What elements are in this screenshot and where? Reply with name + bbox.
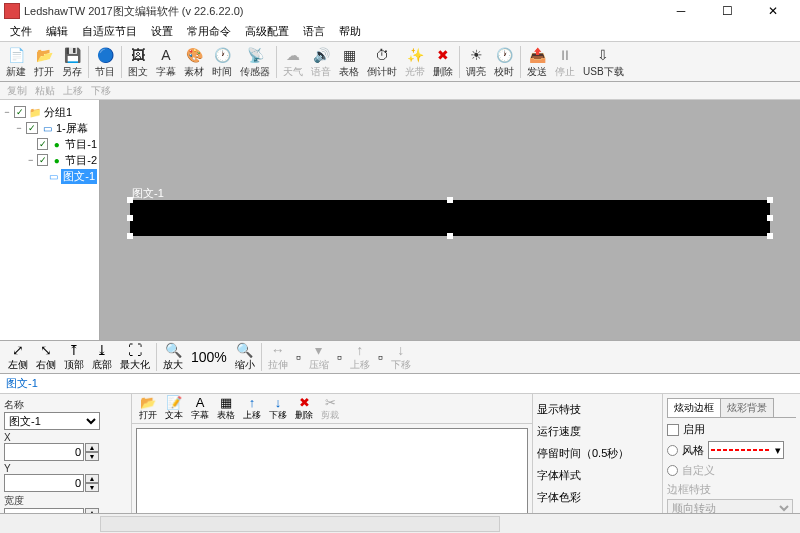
style-label: 风格 — [682, 443, 704, 458]
menu-编辑[interactable]: 编辑 — [40, 22, 74, 41]
menu-高级配置[interactable]: 高级配置 — [239, 22, 295, 41]
tree-1-屏幕[interactable]: −✓▭1-屏幕 — [2, 120, 97, 136]
main-toolbar: 📄新建📂打开💾另存🔵节目🖼图文A字幕🎨素材🕐时间📡传感器☁天气🔊语音▦表格⏱倒计… — [0, 42, 800, 82]
ct-表格[interactable]: ▦表格 — [214, 395, 238, 422]
mid-压缩: ▾压缩 — [305, 342, 333, 372]
sec-复制: 复制 — [4, 84, 30, 98]
ct-文本[interactable]: 📝文本 — [162, 395, 186, 422]
name-select[interactable]: 图文-1 — [4, 412, 100, 430]
tb-USB下载[interactable]: ⇩USB下载 — [579, 43, 628, 81]
name-label: 名称 — [4, 398, 127, 412]
font-color-label: 字体色彩 — [537, 486, 658, 508]
enable-label: 启用 — [683, 422, 705, 437]
mid-zoom[interactable]: 100% — [187, 349, 231, 365]
tb-光带: ✨光带 — [401, 43, 429, 81]
speed-label: 运行速度 — [537, 420, 658, 442]
effect-label: 显示特技 — [537, 398, 658, 420]
maximize-button[interactable]: ☐ — [704, 0, 750, 22]
led-region[interactable]: 图文-1 — [130, 200, 770, 236]
enable-checkbox[interactable] — [667, 424, 679, 436]
content-toolbar: 📂打开📝文本A字幕▦表格↑上移↓下移✖删除✂剪裁 — [132, 394, 532, 424]
tb-字幕[interactable]: A字幕 — [152, 43, 180, 81]
sec-下移: 下移 — [88, 84, 114, 98]
mid-左侧[interactable]: ⤢左侧 — [4, 342, 32, 372]
font-style-label: 字体样式 — [537, 464, 658, 486]
tab-background[interactable]: 炫彩背景 — [720, 398, 774, 417]
tb-天气: ☁天气 — [279, 43, 307, 81]
menu-常用命令[interactable]: 常用命令 — [181, 22, 237, 41]
y-label: Y — [4, 463, 127, 474]
tree-节目-1[interactable]: ✓●节目-1 — [2, 136, 97, 152]
minimize-button[interactable]: ─ — [658, 0, 704, 22]
tree-图文-1[interactable]: ▭图文-1 — [2, 168, 97, 184]
ct-下移[interactable]: ↓下移 — [266, 395, 290, 422]
tree-panel: −✓📁分组1−✓▭1-屏幕✓●节目-1−✓●节目-2▭图文-1 — [0, 100, 100, 340]
mid-缩小[interactable]: 🔍缩小 — [231, 342, 259, 372]
ct-上移[interactable]: ↑上移 — [240, 395, 264, 422]
app-icon — [4, 3, 20, 19]
width-label: 宽度 — [4, 494, 127, 508]
tb-时间[interactable]: 🕐时间 — [208, 43, 236, 81]
close-button[interactable]: ✕ — [750, 0, 796, 22]
tree-节目-2[interactable]: −✓●节目-2 — [2, 152, 97, 168]
mid-右侧[interactable]: ⤡右侧 — [32, 342, 60, 372]
x-input[interactable] — [4, 443, 84, 461]
secondary-toolbar: 复制粘贴上移下移 — [0, 82, 800, 100]
tb-打开[interactable]: 📂打开 — [30, 43, 58, 81]
mid-上移: ↑上移 — [346, 342, 374, 372]
custom-radio[interactable] — [667, 465, 678, 476]
tb-新建[interactable]: 📄新建 — [2, 43, 30, 81]
y-input[interactable] — [4, 474, 84, 492]
tb-表格[interactable]: ▦表格 — [335, 43, 363, 81]
sec-粘贴: 粘贴 — [32, 84, 58, 98]
tb-校时[interactable]: 🕐校时 — [490, 43, 518, 81]
titlebar: LedshawTW 2017图文编辑软件 (v 22.6.22.0) ─ ☐ ✕ — [0, 0, 800, 22]
ct-打开[interactable]: 📂打开 — [136, 395, 160, 422]
style-radio[interactable] — [667, 445, 678, 456]
tb-另存[interactable]: 💾另存 — [58, 43, 86, 81]
mid-底部[interactable]: ⤓底部 — [88, 342, 116, 372]
mid-zoom[interactable]: ▫ — [333, 349, 346, 365]
tb-传感器[interactable]: 📡传感器 — [236, 43, 274, 81]
layout-toolbar: ⤢左侧⤡右侧⤒顶部⤓底部⛶最大化🔍放大100%🔍缩小↔拉伸▫▾压缩▫↑上移▫↓下… — [0, 340, 800, 374]
menu-设置[interactable]: 设置 — [145, 22, 179, 41]
tb-删除[interactable]: ✖删除 — [429, 43, 457, 81]
style-select[interactable]: ▾ — [708, 441, 784, 459]
mid-放大[interactable]: 🔍放大 — [159, 342, 187, 372]
statusbar — [0, 513, 800, 533]
ct-字幕[interactable]: A字幕 — [188, 395, 212, 422]
tb-调亮[interactable]: ☀调亮 — [462, 43, 490, 81]
menu-帮助[interactable]: 帮助 — [333, 22, 367, 41]
mid-zoom[interactable]: ▫ — [292, 349, 305, 365]
tb-素材[interactable]: 🎨素材 — [180, 43, 208, 81]
tb-停止: ⏸停止 — [551, 43, 579, 81]
sec-上移: 上移 — [60, 84, 86, 98]
tree-分组1[interactable]: −✓📁分组1 — [2, 104, 97, 120]
stay-label: 停留时间（0.5秒） — [537, 442, 658, 464]
y-spinner[interactable]: ▲▼ — [85, 474, 99, 492]
mid-下移: ↓下移 — [387, 342, 415, 372]
window-title: LedshawTW 2017图文编辑软件 (v 22.6.22.0) — [24, 4, 658, 19]
mid-zoom[interactable]: ▫ — [374, 349, 387, 365]
tb-语音: 🔊语音 — [307, 43, 335, 81]
tb-图文[interactable]: 🖼图文 — [124, 43, 152, 81]
region-label: 图文-1 — [132, 186, 164, 201]
menu-自适应节目[interactable]: 自适应节目 — [76, 22, 143, 41]
ct-删除[interactable]: ✖删除 — [292, 395, 316, 422]
canvas[interactable]: 图文-1 — [100, 100, 800, 340]
selection-label: 图文-1 — [0, 374, 800, 394]
mid-最大化[interactable]: ⛶最大化 — [116, 342, 154, 372]
border-fx-label: 边框特技 — [667, 482, 796, 497]
ct-剪裁: ✂剪裁 — [318, 395, 342, 422]
tb-倒计时[interactable]: ⏱倒计时 — [363, 43, 401, 81]
x-label: X — [4, 432, 127, 443]
menu-语言[interactable]: 语言 — [297, 22, 331, 41]
custom-label: 自定义 — [682, 463, 715, 478]
tab-border[interactable]: 炫动边框 — [667, 398, 721, 417]
tb-发送[interactable]: 📤发送 — [523, 43, 551, 81]
menubar: 文件编辑自适应节目设置常用命令高级配置语言帮助 — [0, 22, 800, 42]
menu-文件[interactable]: 文件 — [4, 22, 38, 41]
tb-节目[interactable]: 🔵节目 — [91, 43, 119, 81]
mid-顶部[interactable]: ⤒顶部 — [60, 342, 88, 372]
x-spinner[interactable]: ▲▼ — [85, 443, 99, 461]
